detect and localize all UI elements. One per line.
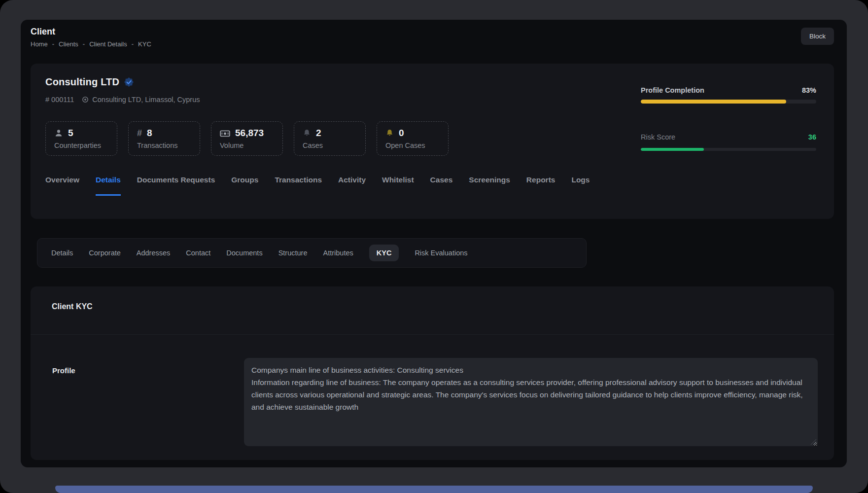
tab-details[interactable]: Details (96, 176, 121, 196)
subtab-structure[interactable]: Structure (278, 245, 308, 261)
profile-field-label: Profile (52, 366, 75, 375)
stat-value: 2 (316, 128, 321, 139)
stat-value: 56,873 (235, 128, 264, 139)
banknote-icon (220, 129, 230, 138)
tab-screenings[interactable]: Screenings (469, 176, 510, 196)
stat-card-open-cases: 0 Open Cases (377, 121, 449, 156)
client-kyc-page: Client Home - Clients - Client Details -… (21, 20, 847, 467)
bell-icon (385, 129, 394, 138)
tab-reports[interactable]: Reports (526, 176, 556, 196)
client-kyc-section-title: Client KYC (52, 302, 93, 311)
stat-card-counterparties: 5 Counterparties (45, 121, 117, 156)
subtab-corporate[interactable]: Corporate (89, 245, 120, 261)
block-button[interactable]: Block (801, 28, 834, 45)
risk-score-bar-track (641, 148, 816, 151)
subtab-addresses[interactable]: Addresses (137, 245, 171, 261)
profile-completion-bar-fill (641, 100, 786, 104)
tab-overview[interactable]: Overview (45, 176, 79, 196)
breadcrumb-home[interactable]: Home (31, 40, 48, 48)
risk-score-bar-fill (641, 148, 704, 151)
stat-card-volume: 56,873 Volume (211, 121, 283, 156)
breadcrumb-kyc[interactable]: KYC (138, 40, 151, 48)
client-header-card: Consulting LTD # 000111 (31, 64, 834, 219)
stat-label: Transactions (137, 141, 191, 149)
main-tabs: Overview Details Documents Requests Grou… (45, 176, 819, 196)
person-icon (54, 129, 63, 138)
risk-score-value: 36 (808, 133, 816, 141)
breadcrumb-separator: - (52, 40, 54, 48)
bell-icon (303, 129, 311, 138)
subtab-kyc[interactable]: KYC (369, 245, 399, 261)
verified-badge-icon (124, 77, 134, 87)
page-title: Client (31, 27, 55, 37)
tab-transactions[interactable]: Transactions (275, 176, 322, 196)
tab-logs[interactable]: Logs (571, 176, 590, 196)
profile-textarea[interactable]: Companys main line of business activitie… (244, 358, 818, 446)
tab-groups[interactable]: Groups (231, 176, 258, 196)
progress-column: Profile Completion 83% Risk Score 36 (641, 86, 816, 151)
stat-card-transactions: # 8 Transactions (128, 121, 200, 156)
stat-label: Counterparties (54, 141, 108, 149)
details-subtabs: Details Corporate Addresses Contact Docu… (37, 238, 587, 268)
tab-documents-requests[interactable]: Documents Requests (137, 176, 215, 196)
tab-cases[interactable]: Cases (430, 176, 453, 196)
breadcrumb-clients[interactable]: Clients (59, 40, 78, 48)
breadcrumb-separator: - (132, 40, 134, 48)
stat-label: Open Cases (385, 141, 440, 149)
client-name: Consulting LTD (45, 76, 119, 88)
stat-value: 5 (68, 128, 73, 139)
subtab-documents[interactable]: Documents (226, 245, 262, 261)
screenshot-stage: Client Home - Clients - Client Details -… (0, 0, 868, 493)
subtab-details[interactable]: Details (51, 245, 73, 261)
subtab-attributes[interactable]: Attributes (323, 245, 353, 261)
breadcrumb: Home - Clients - Client Details - KYC (31, 40, 151, 48)
tab-whitelist[interactable]: Whitelist (382, 176, 414, 196)
risk-score-label: Risk Score (641, 133, 675, 141)
hash-icon: # (137, 128, 142, 139)
background-window-edge (55, 486, 813, 493)
client-kyc-card: Client KYC Profile Companys main line of… (31, 286, 834, 460)
stat-label: Cases (303, 141, 357, 149)
breadcrumb-separator: - (83, 40, 85, 48)
stat-card-cases: 2 Cases (294, 121, 366, 156)
subtab-risk-evaluations[interactable]: Risk Evaluations (415, 245, 467, 261)
section-divider (31, 334, 834, 335)
tab-activity[interactable]: Activity (338, 176, 366, 196)
stat-value: 0 (399, 128, 404, 139)
profile-completion-value: 83% (802, 86, 816, 94)
location-pin-icon (82, 96, 89, 103)
breadcrumb-client-details[interactable]: Client Details (89, 40, 127, 48)
client-location-wrap: Consulting LTD, Limassol, Cyprus (82, 96, 200, 104)
stat-value: 8 (147, 128, 152, 139)
subtab-contact[interactable]: Contact (186, 245, 210, 261)
client-id: # 000111 (45, 96, 74, 104)
profile-completion-bar-track (641, 100, 816, 104)
profile-completion-label: Profile Completion (641, 86, 704, 94)
client-location: Consulting LTD, Limassol, Cyprus (92, 96, 200, 104)
stat-label: Volume (220, 141, 274, 149)
